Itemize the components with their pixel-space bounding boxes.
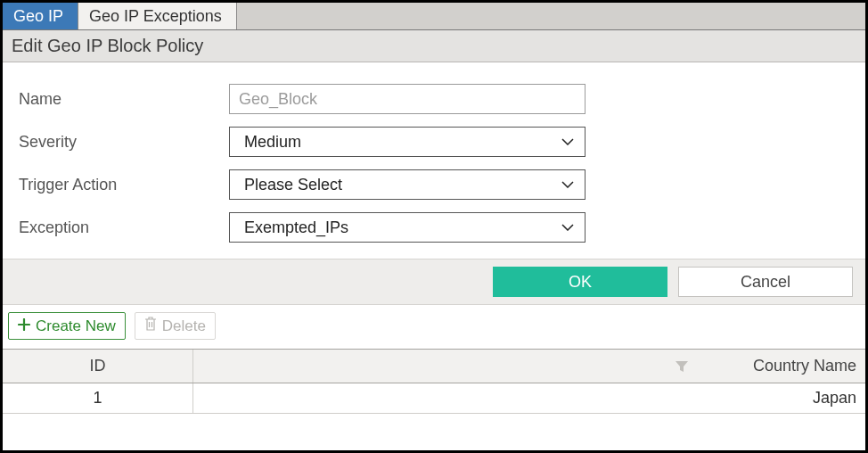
- create-new-label: Create New: [36, 317, 116, 335]
- tab-bar: Geo IP Geo IP Exceptions: [3, 3, 865, 30]
- cancel-button[interactable]: Cancel: [678, 267, 853, 297]
- tab-geo-ip-label: Geo IP: [13, 7, 63, 26]
- chevron-down-icon: [561, 138, 574, 145]
- ok-button[interactable]: OK: [493, 267, 667, 297]
- plus-icon: [18, 317, 30, 335]
- tab-geo-ip-exceptions-label: Geo IP Exceptions: [89, 7, 222, 26]
- cancel-button-label: Cancel: [741, 273, 790, 292]
- page-title-bar: Edit Geo IP Block Policy: [3, 30, 865, 62]
- trigger-select[interactable]: Please Select: [229, 169, 585, 200]
- header-id-label: ID: [90, 357, 106, 375]
- country-table: ID Country Name 1 Japan: [3, 349, 865, 414]
- label-severity: Severity: [19, 133, 229, 152]
- label-name: Name: [19, 90, 229, 109]
- filter-icon[interactable]: [675, 359, 689, 374]
- page-title: Edit Geo IP Block Policy: [12, 36, 203, 55]
- delete-button[interactable]: Delete: [135, 312, 216, 340]
- row-severity: Severity Medium: [19, 127, 849, 157]
- row-trigger: Trigger Action Please Select: [19, 169, 849, 200]
- cell-id: 1: [3, 383, 193, 413]
- chevron-down-icon: [561, 181, 574, 188]
- chevron-down-icon: [561, 224, 574, 231]
- delete-label: Delete: [162, 317, 206, 335]
- severity-select[interactable]: Medium: [229, 127, 585, 157]
- label-exception: Exception: [19, 218, 229, 237]
- form-area: Name Severity Medium Trigger Action Plea…: [3, 62, 865, 259]
- row-exception: Exception Exempted_IPs: [19, 212, 849, 243]
- row-name: Name: [19, 84, 849, 114]
- header-country-label: Country Name: [753, 357, 856, 375]
- create-new-button[interactable]: Create New: [8, 312, 126, 340]
- exception-select[interactable]: Exempted_IPs: [229, 212, 585, 243]
- severity-value: Medium: [244, 133, 301, 152]
- table-row[interactable]: 1 Japan: [3, 383, 865, 414]
- tab-filler: [237, 3, 865, 29]
- trigger-value: Please Select: [244, 176, 342, 194]
- exception-value: Exempted_IPs: [244, 218, 348, 237]
- tab-geo-ip-exceptions[interactable]: Geo IP Exceptions: [78, 3, 237, 29]
- label-trigger: Trigger Action: [19, 176, 229, 194]
- cell-country: Japan: [193, 383, 865, 413]
- cell-id-value: 1: [93, 389, 102, 408]
- name-input[interactable]: [229, 84, 585, 114]
- cell-country-value: Japan: [813, 389, 856, 408]
- trash-icon: [144, 317, 157, 335]
- button-bar: OK Cancel: [3, 259, 865, 305]
- header-country[interactable]: Country Name: [193, 350, 865, 383]
- app-window: Geo IP Geo IP Exceptions Edit Geo IP Blo…: [0, 0, 868, 453]
- table-toolbar: Create New Delete: [3, 305, 865, 349]
- table-header: ID Country Name: [3, 350, 865, 383]
- tab-geo-ip[interactable]: Geo IP: [3, 3, 78, 29]
- ok-button-label: OK: [569, 273, 592, 292]
- header-id[interactable]: ID: [3, 350, 193, 383]
